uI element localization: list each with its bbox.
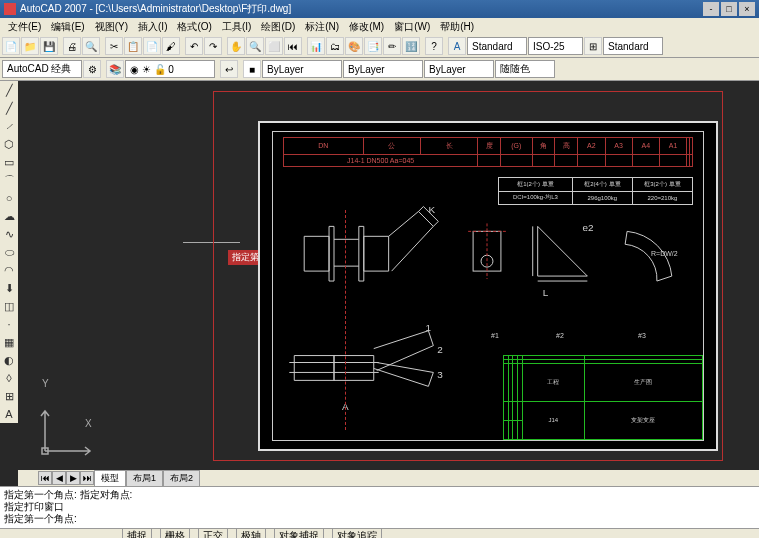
menu-draw[interactable]: 绘图(D)	[257, 19, 299, 35]
undo-button[interactable]: ↶	[185, 37, 203, 55]
zoom-button[interactable]: 🔍	[246, 37, 264, 55]
plotstyle-dropdown[interactable]: 随随色	[495, 60, 555, 78]
revcloud-tool[interactable]: ☁	[1, 208, 17, 224]
layer-props-button[interactable]: 📚	[106, 60, 124, 78]
textstyle-dropdown[interactable]: Standard	[467, 37, 527, 55]
ellipse-tool[interactable]: ⬭	[1, 244, 17, 260]
markup-button[interactable]: ✏	[383, 37, 401, 55]
polygon-tool[interactable]: ⬡	[1, 136, 17, 152]
table-tool[interactable]: ⊞	[1, 388, 17, 404]
menu-tools[interactable]: 工具(I)	[218, 19, 255, 35]
dim-r: R=DW/2	[651, 250, 678, 257]
properties-button[interactable]: 📊	[307, 37, 325, 55]
new-button[interactable]: 📄	[2, 37, 20, 55]
line-tool[interactable]: ╱	[1, 82, 17, 98]
dimstyle-dropdown[interactable]: ISO-25	[528, 37, 583, 55]
sheet-button[interactable]: 📑	[364, 37, 382, 55]
color-button[interactable]: ■	[243, 60, 261, 78]
tab-prev[interactable]: ◀	[52, 471, 66, 485]
drawing-border: DN 公 长 度 (G) 角 高 A2 A3 A4 A1	[272, 131, 704, 441]
layer-previous-button[interactable]: ↩	[220, 60, 238, 78]
status-snap[interactable]: 捕捉	[122, 528, 152, 538]
region-tool[interactable]: ◊	[1, 370, 17, 386]
ellipsearc-tool[interactable]: ◠	[1, 262, 17, 278]
status-grid[interactable]: 栅格	[160, 528, 190, 538]
circle-tool[interactable]: ○	[1, 190, 17, 206]
match-button[interactable]: 🖌	[162, 37, 180, 55]
paste-button[interactable]: 📄	[143, 37, 161, 55]
status-otrack[interactable]: 对象追踪	[332, 528, 382, 538]
tab-last[interactable]: ⏭	[80, 471, 94, 485]
centerline	[345, 210, 346, 430]
point-tool[interactable]: ·	[1, 316, 17, 332]
menu-insert[interactable]: 插入(I)	[134, 19, 171, 35]
polyline-tool[interactable]: ⟋	[1, 118, 17, 134]
svg-text:L: L	[543, 287, 549, 298]
workspace-settings-button[interactable]: ⚙	[83, 60, 101, 78]
insert-tool[interactable]: ⬇	[1, 280, 17, 296]
save-button[interactable]: 💾	[40, 37, 58, 55]
cut-button[interactable]: ✂	[105, 37, 123, 55]
tab-layout1[interactable]: 布局1	[126, 470, 163, 487]
block-tool[interactable]: ◫	[1, 298, 17, 314]
hatch-tool[interactable]: ▦	[1, 334, 17, 350]
close-button[interactable]: ×	[739, 2, 755, 16]
menu-help[interactable]: 帮助(H)	[436, 19, 478, 35]
viewport[interactable]: 指定第一个角点: 4686.9783 4477.1058 DN 公 长 度 (G…	[18, 81, 759, 486]
redo-button[interactable]: ↷	[204, 37, 222, 55]
gradient-tool[interactable]: ◐	[1, 352, 17, 368]
xline-tool[interactable]: ╱	[1, 100, 17, 116]
arc-tool[interactable]: ⌒	[1, 172, 17, 188]
tb-name-cell: 支架支座	[584, 401, 702, 439]
view-label-1: #1	[491, 332, 499, 339]
color-dropdown[interactable]: ByLayer	[262, 60, 342, 78]
preview-button[interactable]: 🔍	[82, 37, 100, 55]
svg-text:e2: e2	[582, 222, 594, 233]
menu-format[interactable]: 格式(O)	[173, 19, 215, 35]
zoom-prev-button[interactable]: ⏮	[284, 37, 302, 55]
menu-dimension[interactable]: 标注(N)	[301, 19, 343, 35]
view-label-3: #3	[638, 332, 646, 339]
ucs-x-label: X	[85, 418, 92, 429]
title-block: 工程生产图 J14支架支座	[503, 355, 703, 440]
menu-edit[interactable]: 编辑(E)	[47, 19, 88, 35]
menu-window[interactable]: 窗口(W)	[390, 19, 434, 35]
tab-next[interactable]: ▶	[66, 471, 80, 485]
drawing-area[interactable]: ╱ ╱ ⟋ ⬡ ▭ ⌒ ○ ☁ ∿ ⬭ ◠ ⬇ ◫ · ▦ ◐ ◊ ⊞ A 指定…	[0, 81, 759, 486]
lineweight-dropdown[interactable]: ByLayer	[424, 60, 494, 78]
maximize-button[interactable]: □	[721, 2, 737, 16]
draw-toolbar: ╱ ╱ ⟋ ⬡ ▭ ⌒ ○ ☁ ∿ ⬭ ◠ ⬇ ◫ · ▦ ◐ ◊ ⊞ A	[0, 81, 18, 423]
linetype-dropdown[interactable]: ByLayer	[343, 60, 423, 78]
status-polar[interactable]: 极轴	[236, 528, 266, 538]
textstyle-icon[interactable]: A	[448, 37, 466, 55]
print-button[interactable]: 🖨	[63, 37, 81, 55]
status-osnap[interactable]: 对象捕捉	[274, 528, 324, 538]
pan-button[interactable]: ✋	[227, 37, 245, 55]
ucs-icon: Y X	[30, 406, 100, 456]
menu-file[interactable]: 文件(E)	[4, 19, 45, 35]
calc-button[interactable]: 🔢	[402, 37, 420, 55]
tab-layout2[interactable]: 布局2	[163, 470, 200, 487]
minimize-button[interactable]: -	[703, 2, 719, 16]
copy-button[interactable]: 📋	[124, 37, 142, 55]
text-tool[interactable]: A	[1, 406, 17, 422]
rectangle-tool[interactable]: ▭	[1, 154, 17, 170]
command-line[interactable]: 指定第一个角点: 指定对角点: 指定打印窗口 指定第一个角点:	[0, 486, 759, 528]
status-ortho[interactable]: 正交	[198, 528, 228, 538]
help-button[interactable]: ?	[425, 37, 443, 55]
tab-first[interactable]: ⏮	[38, 471, 52, 485]
tablestyle-icon[interactable]: ⊞	[584, 37, 602, 55]
status-bar: 捕捉 栅格 正交 极轴 对象捕捉 对象追踪	[0, 528, 759, 538]
open-button[interactable]: 📁	[21, 37, 39, 55]
dcenter-button[interactable]: 🗂	[326, 37, 344, 55]
layer-dropdown[interactable]: ◉ ☀ 🔓 0	[125, 60, 215, 78]
workspace-dropdown[interactable]: AutoCAD 经典	[2, 60, 82, 78]
palette-button[interactable]: 🎨	[345, 37, 363, 55]
menu-modify[interactable]: 修改(M)	[345, 19, 388, 35]
zoom-window-button[interactable]: ⬜	[265, 37, 283, 55]
tablestyle-dropdown[interactable]: Standard	[603, 37, 663, 55]
svg-text:1: 1	[425, 322, 431, 333]
spline-tool[interactable]: ∿	[1, 226, 17, 242]
menu-view[interactable]: 视图(Y)	[91, 19, 132, 35]
tab-model[interactable]: 模型	[94, 470, 126, 487]
